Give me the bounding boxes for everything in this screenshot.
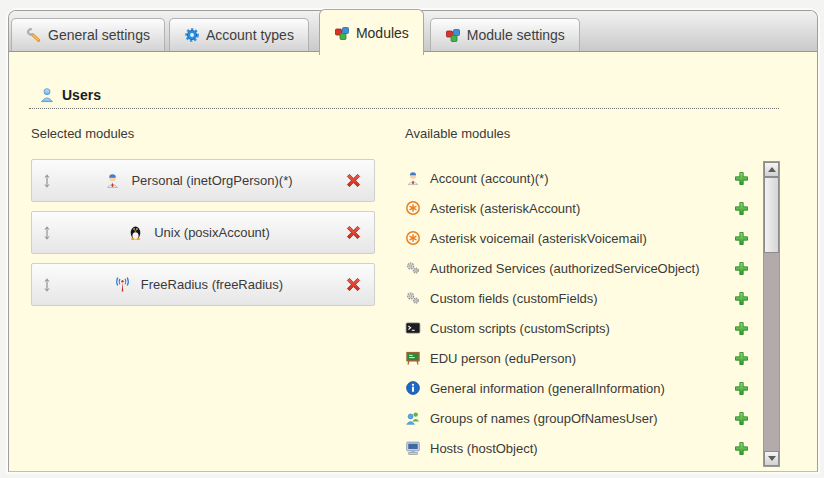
gear-icon: [184, 27, 200, 43]
available-module-row-custom-fields: Custom fields (customFields): [405, 283, 749, 313]
drag-handle-icon[interactable]: [42, 173, 52, 189]
module-entry: Unix (posixAccount): [52, 224, 345, 241]
module-label: FreeRadius (freeRadius): [141, 277, 283, 292]
module-label: EDU person (eduPerson): [430, 351, 576, 366]
add-module-button[interactable]: [734, 381, 749, 396]
modules-blocks-icon: [334, 25, 350, 41]
selected-module-row-personal[interactable]: Personal (inetOrgPerson)(*): [31, 159, 375, 202]
wrench-icon: [26, 27, 42, 43]
plus-icon: [734, 231, 749, 246]
gears-icon: [405, 290, 422, 307]
module-label: General information (generalInformation): [430, 381, 665, 396]
module-label: Custom fields (customFields): [430, 291, 598, 306]
add-module-button[interactable]: [734, 201, 749, 216]
modules-blocks-icon: [445, 27, 461, 43]
module-entry: Personal (inetOrgPerson)(*): [52, 172, 345, 189]
plus-icon: [734, 171, 749, 186]
add-module-button[interactable]: [734, 441, 749, 456]
available-module-row-groups-of-names: Groups of names (groupOfNamesUser): [405, 403, 749, 433]
drag-handle-icon[interactable]: [42, 277, 52, 293]
module-label: Authorized Services (authorizedServiceOb…: [430, 261, 700, 276]
module-entry: FreeRadius (freeRadius): [52, 276, 345, 293]
delete-x-icon: [345, 172, 362, 189]
available-modules-column: Available modules Account (account)(*): [405, 126, 749, 463]
plus-icon: [734, 261, 749, 276]
info-icon: [405, 380, 422, 397]
tab-label: General settings: [48, 27, 150, 43]
add-module-button[interactable]: [734, 261, 749, 276]
add-module-button[interactable]: [734, 171, 749, 186]
users-section-header: Users: [29, 87, 779, 109]
configuration-panel: General settings Account types Modules: [8, 10, 818, 472]
add-module-button[interactable]: [734, 351, 749, 366]
add-module-button[interactable]: [734, 231, 749, 246]
available-modules-scrollbar[interactable]: [763, 161, 780, 467]
tab-account-types[interactable]: Account types: [169, 18, 309, 51]
computer-icon: [405, 440, 422, 457]
available-module-row-asterisk-voicemail: Asterisk voicemail (asteriskVoicemail): [405, 223, 749, 253]
available-modules-heading: Available modules: [405, 126, 749, 141]
delete-x-icon: [345, 224, 362, 241]
modules-tab-content: Users Selected modules: [9, 51, 817, 471]
plus-icon: [734, 441, 749, 456]
tab-label: Module settings: [467, 27, 565, 43]
asterisk-icon: [405, 230, 422, 247]
asterisk-icon: [405, 200, 422, 217]
plus-icon: [734, 381, 749, 396]
drag-handle-icon[interactable]: [42, 225, 52, 241]
tab-label: Account types: [206, 27, 294, 43]
module-label: Hosts (hostObject): [430, 441, 538, 456]
section-title: Users: [62, 87, 101, 103]
module-label: Asterisk voicemail (asteriskVoicemail): [430, 231, 647, 246]
available-module-row-edu-person: EDU person (eduPerson): [405, 343, 749, 373]
available-module-row-authorized-services: Authorized Services (authorizedServiceOb…: [405, 253, 749, 283]
scroll-down-button[interactable]: [764, 451, 779, 466]
chalkboard-icon: [405, 350, 422, 367]
plus-icon: [734, 201, 749, 216]
module-label: Asterisk (asteriskAccount): [430, 201, 580, 216]
tab-general-settings[interactable]: General settings: [11, 18, 165, 51]
scrollbar-thumb[interactable]: [764, 177, 779, 253]
selected-modules-heading: Selected modules: [31, 126, 375, 141]
radio-antenna-icon: [114, 276, 131, 293]
plus-icon: [734, 411, 749, 426]
tab-modules[interactable]: Modules: [319, 9, 424, 55]
plus-icon: [734, 291, 749, 306]
user-silhouette-icon: [39, 87, 55, 103]
group-icon: [405, 410, 422, 427]
remove-module-button[interactable]: [345, 172, 362, 189]
available-module-row-general-information: General information (generalInformation): [405, 373, 749, 403]
available-module-row-custom-scripts: Custom scripts (customScripts): [405, 313, 749, 343]
module-label: Groups of names (groupOfNamesUser): [430, 411, 658, 426]
module-label: Account (account)(*): [430, 171, 549, 186]
add-module-button[interactable]: [734, 321, 749, 336]
module-label: Unix (posixAccount): [154, 225, 270, 240]
triangle-down-icon: [768, 456, 776, 461]
available-module-row-asterisk: Asterisk (asteriskAccount): [405, 193, 749, 223]
module-label: Personal (inetOrgPerson)(*): [131, 173, 292, 188]
gears-icon: [405, 260, 422, 277]
available-module-row-account: Account (account)(*): [405, 163, 749, 193]
selected-module-row-unix[interactable]: Unix (posixAccount): [31, 211, 375, 254]
selected-modules-column: Selected modules: [31, 126, 375, 315]
remove-module-button[interactable]: [345, 276, 362, 293]
triangle-up-icon: [768, 167, 776, 172]
person-icon: [104, 172, 121, 189]
add-module-button[interactable]: [734, 411, 749, 426]
selected-module-row-freeradius[interactable]: FreeRadius (freeRadius): [31, 263, 375, 306]
remove-module-button[interactable]: [345, 224, 362, 241]
module-label: Custom scripts (customScripts): [430, 321, 610, 336]
available-module-row-hosts: Hosts (hostObject): [405, 433, 749, 463]
plus-icon: [734, 321, 749, 336]
tab-bar: General settings Account types Modules: [9, 11, 817, 52]
tab-module-settings[interactable]: Module settings: [430, 18, 580, 51]
add-module-button[interactable]: [734, 291, 749, 306]
tux-penguin-icon: [127, 224, 144, 241]
scroll-up-button[interactable]: [764, 162, 779, 177]
delete-x-icon: [345, 276, 362, 293]
person-icon: [405, 170, 422, 187]
tab-label: Modules: [356, 25, 409, 41]
plus-icon: [734, 351, 749, 366]
terminal-icon: [405, 320, 422, 337]
